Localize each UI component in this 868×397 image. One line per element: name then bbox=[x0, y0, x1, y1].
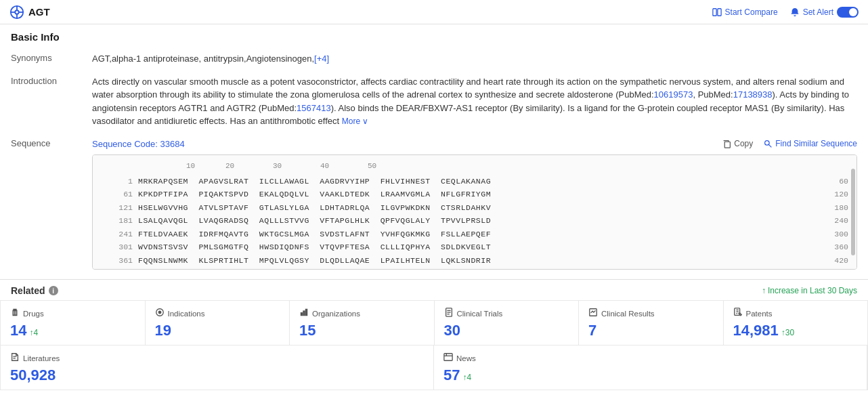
organizations-value: 15 bbox=[299, 322, 316, 339]
main-content: Basic Info Synonyms AGT,alpha-1 antiprot… bbox=[0, 24, 868, 270]
sequence-scrollbar[interactable] bbox=[851, 169, 855, 255]
svg-point-9 bbox=[765, 140, 770, 145]
alert-icon bbox=[790, 7, 800, 17]
card-literatures[interactable]: Literatures 50,928 bbox=[1, 346, 434, 390]
related-cards-row2: Literatures 50,928 News 57 ↑ 4 bbox=[0, 346, 868, 390]
clinical-results-icon bbox=[588, 308, 598, 319]
card-patents[interactable]: Patents 14,981 ↑ 30 bbox=[724, 301, 869, 346]
seq-row-3: 121 HSELWGVVHG ATVLSPTAVF GTLASLYLGA LDH… bbox=[101, 201, 848, 215]
basic-info-heading: Basic Info bbox=[11, 31, 857, 43]
svg-rect-7 bbox=[717, 8, 720, 16]
news-value: 57 bbox=[443, 367, 460, 384]
clinical-trials-icon bbox=[444, 308, 454, 319]
patents-increase-value: 30 bbox=[785, 328, 794, 337]
similar-icon bbox=[764, 140, 773, 148]
news-label: News bbox=[456, 354, 476, 362]
start-compare-label: Start Compare bbox=[725, 7, 778, 17]
literatures-label: Literatures bbox=[23, 354, 60, 362]
logo-icon bbox=[9, 5, 24, 20]
sequence-actions: Copy Find Similar Sequence bbox=[722, 139, 857, 148]
synonyms-link[interactable]: [+4] bbox=[314, 54, 329, 64]
card-clinical-trials[interactable]: Clinical Trials 30 bbox=[435, 301, 580, 346]
seq-row-2: 61 KPKDPTFIPA PIQAKTSPVD EKALQDQLVL VAAK… bbox=[101, 188, 848, 201]
svg-rect-15 bbox=[305, 309, 308, 316]
related-header: Related i ↑ Increase in Last 30 Days bbox=[0, 279, 868, 300]
sequence-box[interactable]: 10 20 30 40 50 1 MRKRAPQSEM APAGVSLRAT I… bbox=[92, 154, 857, 270]
seq-ruler: 10 20 30 40 50 bbox=[139, 161, 848, 172]
sequence-content: Sequence Code: 33684 Copy bbox=[92, 138, 857, 270]
copy-button[interactable]: Copy bbox=[722, 139, 753, 148]
news-icon bbox=[443, 352, 453, 364]
logo: AGT bbox=[9, 5, 50, 20]
seq-row-6: 301 WVDNSTSVSV PMLSGMGTFQ HWSDIQDNFS VTQ… bbox=[101, 241, 848, 254]
compare-icon bbox=[712, 7, 722, 17]
svg-rect-8 bbox=[725, 142, 731, 148]
introduction-label: Introduction bbox=[11, 75, 92, 86]
trend-label: Increase in Last 30 Days bbox=[768, 286, 857, 295]
clinical-results-label: Clinical Results bbox=[601, 310, 655, 318]
introduction-row: Introduction Acts directly on vascular s… bbox=[11, 75, 857, 128]
seq-row-7: 361 FQQNSLNWMK KLSPRTIHLT MPQLVLQGSY DLQ… bbox=[101, 254, 848, 268]
clinical-results-value: 7 bbox=[588, 322, 596, 339]
literatures-value: 50,928 bbox=[10, 367, 56, 384]
seq-row-4: 181 LSALQAVQGL LVAQGRADSQ AQLLLSTVVG VFT… bbox=[101, 214, 848, 228]
related-title: Related i bbox=[11, 285, 58, 296]
svg-point-12 bbox=[158, 311, 161, 314]
related-trend: ↑ Increase in Last 30 Days bbox=[762, 286, 857, 295]
card-drugs[interactable]: Drugs 14 ↑ 4 bbox=[1, 301, 146, 346]
patents-increase: ↑ 30 bbox=[781, 328, 794, 337]
clinical-trials-value: 30 bbox=[444, 322, 460, 339]
toggle-switch[interactable] bbox=[837, 7, 859, 18]
sequence-label: Sequence bbox=[11, 138, 92, 148]
clinical-trials-label: Clinical Trials bbox=[457, 310, 503, 318]
trend-arrow-icon: ↑ bbox=[762, 286, 766, 295]
patents-label: Patents bbox=[746, 310, 773, 318]
sequence-header: Sequence Code: 33684 Copy bbox=[92, 138, 857, 151]
seq-row-1: 1 MRKRAPQSEM APAGVSLRAT ILCLLAWAGL AAGDR… bbox=[101, 175, 848, 188]
sequence-row: Sequence Sequence Code: 33684 Copy bbox=[11, 138, 857, 270]
synonyms-value: AGT,alpha-1 antiproteinase, antitrypsin,… bbox=[92, 52, 857, 66]
card-news[interactable]: News 57 ↑ 4 bbox=[434, 346, 867, 390]
more-link[interactable]: More ∨ bbox=[342, 117, 369, 126]
drugs-icon bbox=[10, 308, 20, 319]
copy-icon bbox=[722, 140, 731, 148]
related-cards-grid: Drugs 14 ↑ 4 Indications 19 Organization bbox=[0, 300, 868, 346]
find-similar-button[interactable]: Find Similar Sequence bbox=[764, 139, 857, 148]
synonyms-row: Synonyms AGT,alpha-1 antiproteinase, ant… bbox=[11, 52, 857, 66]
svg-rect-6 bbox=[712, 8, 716, 16]
sequence-code-link[interactable]: Sequence Code: 33684 bbox=[92, 138, 185, 151]
drugs-label: Drugs bbox=[23, 310, 44, 318]
indications-icon bbox=[155, 308, 165, 319]
svg-rect-13 bbox=[301, 312, 303, 316]
news-increase: ↑ 4 bbox=[462, 373, 471, 382]
start-compare-button[interactable]: Start Compare bbox=[708, 5, 782, 19]
header-right: Start Compare Set Alert bbox=[708, 5, 859, 19]
copy-label: Copy bbox=[734, 139, 753, 148]
header-left: AGT bbox=[9, 5, 50, 20]
pubmed-link-2[interactable]: 17138938 bbox=[733, 89, 773, 100]
synonyms-label: Synonyms bbox=[11, 52, 92, 63]
pubmed-link-1[interactable]: 10619573 bbox=[654, 89, 693, 100]
indications-label: Indications bbox=[168, 310, 205, 318]
seq-row-5: 241 FTELDVAAEK IDRFMQAVTG WKTGCSLMGA SVD… bbox=[101, 228, 848, 241]
introduction-text: Acts directly on vascular smooth muscle … bbox=[92, 75, 857, 128]
drugs-increase-value: 4 bbox=[33, 328, 38, 337]
svg-line-10 bbox=[769, 144, 772, 147]
literatures-icon bbox=[10, 352, 20, 364]
drugs-increase: ↑ 4 bbox=[29, 328, 38, 337]
organizations-label: Organizations bbox=[312, 310, 360, 318]
svg-point-1 bbox=[15, 10, 19, 14]
card-organizations[interactable]: Organizations 15 bbox=[290, 301, 435, 346]
patents-value: 14,981 bbox=[733, 322, 779, 339]
patents-icon bbox=[733, 308, 743, 319]
news-increase-value: 4 bbox=[466, 373, 471, 382]
pubmed-link-3[interactable]: 1567413 bbox=[297, 103, 331, 113]
set-alert-label: Set Alert bbox=[803, 7, 833, 17]
indications-value: 19 bbox=[155, 322, 171, 339]
app-header: AGT Start Compare Set Alert bbox=[0, 0, 868, 24]
related-info-icon[interactable]: i bbox=[49, 286, 58, 295]
drugs-value: 14 bbox=[10, 322, 26, 339]
set-alert-toggle[interactable]: Set Alert bbox=[790, 7, 859, 18]
card-indications[interactable]: Indications 19 bbox=[146, 301, 290, 346]
card-clinical-results[interactable]: Clinical Results 7 bbox=[579, 301, 724, 346]
